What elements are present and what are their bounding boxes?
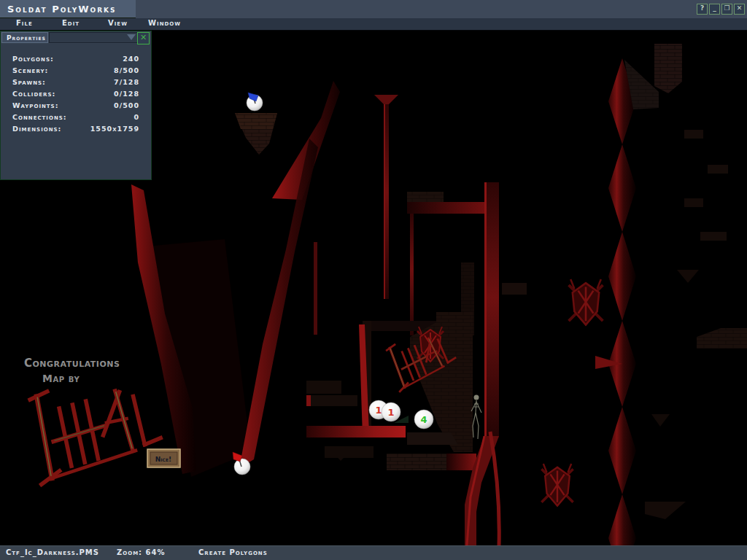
polygon-left-streaks[interactable] bbox=[131, 81, 340, 477]
stat-row-colliders: Colliders:0/128 bbox=[1, 90, 151, 101]
stat-row-waypoints: Waypoints:0/500 bbox=[1, 101, 151, 113]
status-active-tool: Create Polygons bbox=[198, 548, 268, 556]
svg-text:4: 4 bbox=[420, 414, 427, 425]
stat-row-dimensions: Dimensions:1550x1759 bbox=[1, 125, 151, 136]
menu-window[interactable]: Window bbox=[148, 19, 181, 27]
polygon-diamond-chain[interactable] bbox=[595, 58, 636, 545]
menu-bar: File Edit View Window bbox=[0, 18, 747, 31]
window-controls: ? _ ❐ ✕ bbox=[697, 4, 745, 15]
properties-panel: Properties ✕ Polygons:240 Scenery:8/500 … bbox=[0, 31, 152, 180]
properties-panel-tab[interactable]: Properties bbox=[1, 32, 48, 43]
polygon-right-platforms[interactable] bbox=[624, 44, 747, 519]
congrats-text: Congratulations bbox=[24, 357, 120, 370]
chevron-down-icon bbox=[127, 34, 136, 40]
status-zoom: Zoom: 64% bbox=[117, 548, 166, 556]
spawn-point-1b[interactable]: 1 bbox=[382, 402, 400, 421]
crest-scenery-bottom[interactable] bbox=[541, 464, 573, 506]
status-bar: Ctf_Ic_Darkness.PMS Zoom: 64% Create Pol… bbox=[0, 545, 747, 560]
polygon-center-columns[interactable] bbox=[314, 95, 527, 438]
menu-edit[interactable]: Edit bbox=[62, 19, 80, 27]
nice-sign-text: Nice! bbox=[155, 456, 171, 463]
stat-row-connections: Connections:0 bbox=[1, 113, 151, 125]
nice-sign[interactable]: Nice! bbox=[147, 449, 180, 467]
help-button[interactable]: ? bbox=[697, 4, 708, 15]
panel-close-button[interactable]: ✕ bbox=[137, 32, 150, 44]
minimize-button[interactable]: _ bbox=[709, 4, 720, 15]
status-filename: Ctf_Ic_Darkness.PMS bbox=[6, 548, 99, 556]
stat-row-spawns: Spawns:7/128 bbox=[1, 78, 151, 90]
menu-file[interactable]: File bbox=[16, 19, 33, 27]
restore-button[interactable]: ❐ bbox=[721, 4, 732, 15]
title-segment: Soldat PolyWorks bbox=[0, 0, 136, 18]
panel-selector-dropdown[interactable] bbox=[49, 32, 138, 43]
graffiti-signature-left[interactable] bbox=[30, 384, 163, 485]
title-bar: Soldat PolyWorks ? _ ❐ ✕ bbox=[0, 0, 747, 18]
window-title: Soldat PolyWorks bbox=[7, 4, 117, 15]
map-by-text: Map by bbox=[42, 373, 80, 384]
crest-scenery-right[interactable] bbox=[569, 279, 603, 324]
close-button[interactable]: ✕ bbox=[734, 4, 745, 15]
skeleton-scenery[interactable] bbox=[471, 395, 481, 440]
menu-view[interactable]: View bbox=[108, 19, 128, 27]
alpha-flag-spawn-icon[interactable] bbox=[247, 93, 263, 111]
spawn-point-4[interactable]: 4 bbox=[414, 410, 433, 429]
svg-text:1: 1 bbox=[387, 407, 394, 418]
polygon-topleft-platform[interactable] bbox=[235, 113, 277, 155]
properties-panel-titlebar[interactable]: Properties ✕ bbox=[1, 31, 151, 44]
stat-row-scenery: Scenery:8/500 bbox=[1, 66, 151, 78]
polyworks-window: Congratulations Map by Nice! 1 bbox=[0, 0, 747, 560]
stat-row-polygons: Polygons:240 bbox=[1, 55, 151, 66]
svg-text:1: 1 bbox=[375, 405, 382, 416]
